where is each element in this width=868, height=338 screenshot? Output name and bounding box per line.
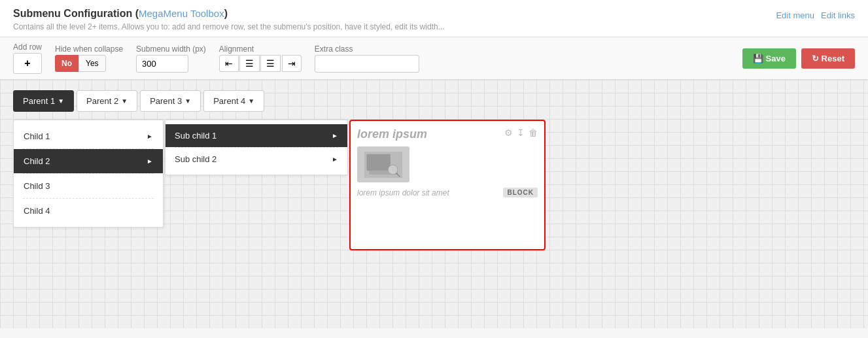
block-description: lorem ipsum dolor sit amet	[357, 188, 449, 197]
page-subtitle: Contains all the level 2+ items. Allows …	[13, 22, 445, 31]
block-header: lorem ipsum ⚙ ↧ 🗑	[357, 127, 538, 141]
sub-child-menu: Sub child 1 ► Sub child 2 ►	[165, 120, 348, 175]
hide-collapse-toggle[interactable]: No Yes	[55, 55, 123, 72]
edit-menu-link[interactable]: Edit menu	[776, 10, 814, 20]
parent-tabs: Parent 1 ▼ Parent 2 ▼ Parent 3 ▼ Parent …	[13, 90, 855, 112]
alignment-label: Alignment	[219, 44, 302, 54]
btn-no[interactable]: No	[55, 55, 78, 72]
sub-child-item-1[interactable]: Sub child 1 ►	[165, 124, 347, 147]
extra-class-input[interactable]	[315, 55, 419, 73]
svg-rect-1	[367, 154, 391, 170]
submenu-width-input[interactable]	[136, 55, 188, 73]
block-title: lorem ipsum	[357, 127, 427, 141]
child-menu: Child 1 ► Child 2 ► Child 3 Child 4	[13, 120, 164, 228]
toolbar: Add row + Hide when collapse No Yes Subm…	[0, 37, 868, 80]
align-center-right-button[interactable]: ☰	[260, 55, 281, 72]
chevron-down-icon: ▼	[184, 97, 191, 105]
download-icon[interactable]: ↧	[517, 127, 525, 138]
block-badge: BLOCK	[503, 188, 538, 197]
main-content: Parent 1 ▼ Parent 2 ▼ Parent 3 ▼ Parent …	[0, 80, 868, 328]
block-image	[357, 146, 409, 182]
chevron-right-icon: ►	[147, 133, 153, 140]
child-item-4[interactable]: Child 4	[14, 199, 163, 223]
alignment-group: ⇤ ☰ ☰ ⇥	[219, 55, 302, 72]
menu-structure: Child 1 ► Child 2 ► Child 3 Child 4	[13, 120, 855, 250]
settings-icon[interactable]: ⚙	[504, 127, 513, 138]
extra-class-label: Extra class	[315, 44, 419, 54]
add-row-button[interactable]: +	[13, 53, 42, 74]
align-center-left-button[interactable]: ☰	[239, 55, 260, 72]
chevron-right-icon: ►	[147, 158, 153, 165]
add-row-label: Add row	[13, 42, 42, 52]
parent-tab-3[interactable]: Parent 3 ▼	[140, 90, 201, 112]
svg-point-3	[388, 165, 398, 175]
megamenu-toolbox-link[interactable]: MegaMenu Toolbox	[139, 8, 224, 19]
trash-icon[interactable]: 🗑	[529, 127, 538, 138]
reset-button[interactable]: ↻ Reset	[801, 48, 855, 69]
save-button[interactable]: 💾 Save	[742, 48, 796, 69]
chevron-right-icon: ►	[332, 132, 338, 139]
parent-tab-2[interactable]: Parent 2 ▼	[77, 90, 137, 112]
sub-child-item-2[interactable]: Sub child 2 ►	[165, 148, 347, 171]
chevron-down-icon: ▼	[121, 97, 128, 105]
block-footer: lorem ipsum dolor sit amet BLOCK	[357, 188, 538, 197]
page-title: Submenu Configuration (MegaMenu Toolbox)	[13, 8, 445, 20]
align-right-button[interactable]: ⇥	[282, 55, 302, 72]
child-item-1[interactable]: Child 1 ►	[14, 124, 163, 148]
child-item-2[interactable]: Child 2 ►	[14, 149, 163, 173]
parent-tab-1[interactable]: Parent 1 ▼	[13, 90, 74, 112]
align-left-button[interactable]: ⇤	[219, 55, 239, 72]
hide-collapse-label: Hide when collapse	[55, 44, 123, 54]
chevron-down-icon: ▼	[248, 97, 254, 105]
submenu-width-label: Submenu width (px)	[136, 44, 206, 54]
block-panel: lorem ipsum ⚙ ↧ 🗑	[349, 120, 546, 250]
edit-links-link[interactable]: Edit links	[821, 10, 855, 20]
chevron-down-icon: ▼	[58, 97, 64, 105]
btn-yes[interactable]: Yes	[78, 55, 106, 72]
child-item-3[interactable]: Child 3	[14, 174, 163, 198]
block-icons: ⚙ ↧ 🗑	[504, 127, 538, 138]
chevron-right-icon: ►	[332, 156, 338, 163]
parent-tab-4[interactable]: Parent 4 ▼	[203, 90, 264, 112]
